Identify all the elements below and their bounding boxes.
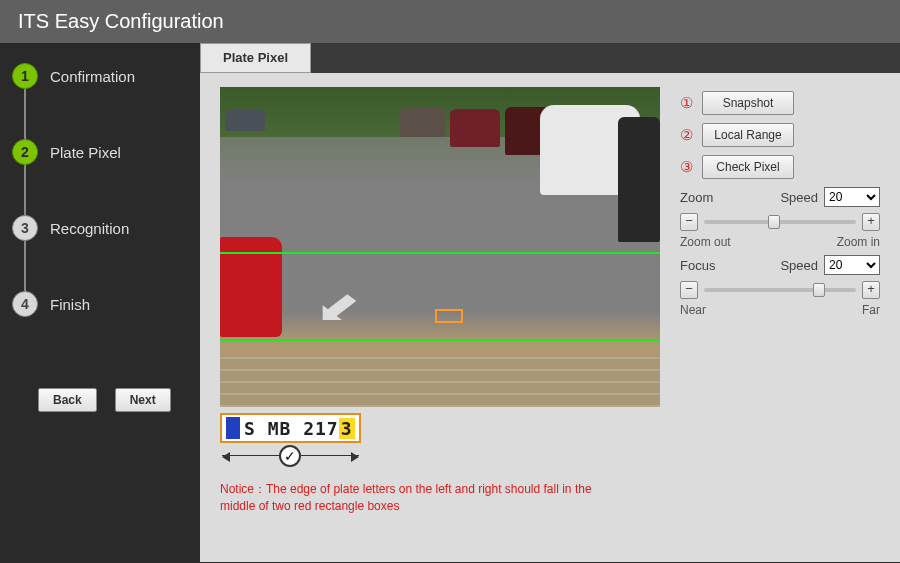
notice-text: Notice：The edge of plate letters on the … — [220, 481, 620, 515]
back-button[interactable]: Back — [38, 388, 97, 412]
check-pixel-button[interactable]: Check Pixel — [702, 155, 794, 179]
next-button[interactable]: Next — [115, 388, 171, 412]
focus-far-button[interactable]: + — [862, 281, 880, 299]
step-recognition[interactable]: 3 Recognition — [12, 215, 188, 241]
step-indicator-2: ② — [680, 126, 702, 144]
zoom-slider[interactable] — [704, 220, 856, 224]
focus-speed-select[interactable]: 20 — [824, 255, 880, 275]
focus-near-button[interactable]: − — [680, 281, 698, 299]
step-number: 2 — [12, 139, 38, 165]
detection-line-bottom — [220, 339, 660, 341]
zoom-speed-select[interactable]: 20 — [824, 187, 880, 207]
page-header: ITS Easy Configuration — [0, 0, 900, 43]
zoom-left-label: Zoom out — [680, 235, 731, 249]
step-plate-pixel[interactable]: 2 Plate Pixel — [12, 139, 188, 165]
detection-line-top — [220, 252, 660, 254]
focus-speed-label: Speed — [780, 258, 818, 273]
zoom-out-button[interactable]: − — [680, 213, 698, 231]
step-number: 1 — [12, 63, 38, 89]
step-number: 3 — [12, 215, 38, 241]
plate-target-box[interactable] — [435, 309, 463, 323]
plate-sample: S MB 2173 ✓ — [220, 413, 361, 471]
focus-group: Focus Speed 20 − + Near — [680, 255, 880, 317]
content-area: Plate Pixel ⬋ S MB 217 — [200, 43, 900, 562]
step-finish[interactable]: 4 Finish — [12, 291, 188, 317]
tab-plate-pixel[interactable]: Plate Pixel — [200, 43, 311, 73]
controls-panel: ① Snapshot ② Local Range ③ Check Pixel Z… — [680, 87, 880, 515]
zoom-in-button[interactable]: + — [862, 213, 880, 231]
zoom-slider-thumb[interactable] — [768, 215, 780, 229]
step-label: Finish — [50, 296, 90, 313]
zoom-group: Zoom Speed 20 − + Zoom ou — [680, 187, 880, 249]
local-range-button[interactable]: Local Range — [702, 123, 794, 147]
zoom-speed-label: Speed — [780, 190, 818, 205]
step-number: 4 — [12, 291, 38, 317]
step-indicator-1: ① — [680, 94, 702, 112]
snapshot-button[interactable]: Snapshot — [702, 91, 794, 115]
plate-text: S MB 217 — [244, 418, 339, 439]
wizard-steps: 1 Confirmation 2 Plate Pixel 3 Recogniti… — [12, 63, 188, 317]
focus-slider-thumb[interactable] — [813, 283, 825, 297]
focus-label: Focus — [680, 258, 715, 273]
step-label: Plate Pixel — [50, 144, 121, 161]
eu-badge-icon — [226, 417, 240, 439]
plate-last-char: 3 — [339, 418, 355, 439]
step-indicator-3: ③ — [680, 158, 702, 176]
check-icon: ✓ — [279, 445, 301, 467]
step-label: Confirmation — [50, 68, 135, 85]
step-confirmation[interactable]: 1 Confirmation — [12, 63, 188, 89]
focus-slider[interactable] — [704, 288, 856, 292]
zoom-right-label: Zoom in — [837, 235, 880, 249]
zoom-label: Zoom — [680, 190, 713, 205]
road-arrow-icon: ⬋ — [315, 282, 361, 331]
focus-left-label: Near — [680, 303, 706, 317]
focus-right-label: Far — [862, 303, 880, 317]
page-title: ITS Easy Configuration — [18, 10, 224, 32]
tab-bar: Plate Pixel — [200, 43, 900, 73]
sidebar: 1 Confirmation 2 Plate Pixel 3 Recogniti… — [0, 43, 200, 562]
camera-preview[interactable]: ⬋ — [220, 87, 660, 407]
step-label: Recognition — [50, 220, 129, 237]
